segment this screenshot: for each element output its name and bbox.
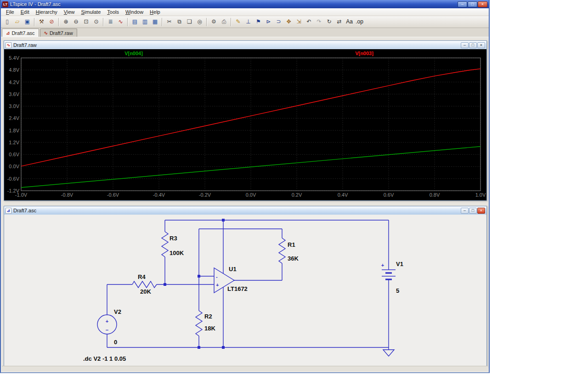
- battery-plus-mark: +: [381, 262, 384, 268]
- svg-text:4.8V: 4.8V: [9, 67, 19, 73]
- label-net-icon[interactable]: ⚑: [254, 17, 263, 27]
- control-panel-hammer-icon[interactable]: ⚒: [37, 17, 46, 27]
- halt-hand-icon[interactable]: ⊘: [47, 17, 57, 27]
- cascade-windows-icon[interactable]: ▦: [150, 17, 160, 27]
- maximize-button[interactable]: □: [468, 1, 477, 7]
- new-schematic-icon[interactable]: ▯: [2, 17, 12, 27]
- component-v1-battery[interactable]: + V1 5: [381, 220, 403, 347]
- svg-text:-0.2V: -0.2V: [199, 192, 211, 198]
- menu-view[interactable]: View: [61, 9, 78, 15]
- mdi-area: ∿ Draft7.raw – □ × -1.0V-0.8V-0.6V-0.4V-…: [2, 37, 488, 366]
- source-minus-mark: −: [106, 327, 108, 333]
- menu-help[interactable]: Help: [147, 9, 164, 15]
- tab-draft7.raw[interactable]: ∿Draft7.raw: [40, 28, 77, 37]
- waveform-close-button[interactable]: ×: [477, 42, 485, 48]
- text-icon[interactable]: Aa: [345, 17, 354, 27]
- toolbar-separator: [127, 18, 128, 26]
- tab-label: Draft7.raw: [50, 30, 73, 36]
- find-icon[interactable]: ◎: [195, 17, 204, 27]
- menu-edit[interactable]: Edit: [17, 9, 33, 15]
- waveform-maximize-button[interactable]: □: [469, 42, 477, 48]
- schematic-window-controls: – □ ×: [461, 208, 485, 214]
- waveform-window-icon: ∿: [6, 42, 11, 48]
- component-v2-source[interactable]: + − V2 0: [97, 284, 121, 347]
- waveform-minimize-button[interactable]: –: [461, 42, 469, 48]
- part-ref: V2: [114, 308, 121, 315]
- svg-text:-1.2V: -1.2V: [7, 188, 20, 193]
- place-ground-icon[interactable]: ⊥: [243, 17, 253, 27]
- zoom-out-icon[interactable]: ⊖: [71, 17, 81, 27]
- menu-tools[interactable]: Tools: [104, 9, 122, 15]
- opamp-noninverting-mark: +: [216, 282, 219, 288]
- svg-text:-0.4V: -0.4V: [153, 192, 165, 198]
- desktop: LT LTspice IV - Draft7.asc – □ × FileEdi…: [0, 0, 588, 392]
- trace-label-green[interactable]: V[n004]: [124, 51, 143, 56]
- svg-text:5.4V: 5.4V: [9, 55, 19, 61]
- schematic-window-titlebar[interactable]: ⊿ Draft7.asc – □ ×: [4, 206, 486, 215]
- tab-draft7.asc[interactable]: ⊿Draft7.asc: [2, 28, 39, 37]
- cut-icon[interactable]: ✂: [164, 17, 174, 27]
- spice-directive-text[interactable]: .dc V2 -1 1 0.05: [83, 355, 126, 362]
- open-file-icon[interactable]: ▱: [12, 17, 22, 27]
- menu-window[interactable]: Window: [122, 9, 147, 15]
- place-component-icon[interactable]: ⊃: [274, 17, 283, 27]
- schematic-minimize-button[interactable]: –: [461, 208, 469, 214]
- menu-simulate[interactable]: Simulate: [78, 9, 104, 15]
- schematic-close-button[interactable]: ×: [477, 208, 485, 214]
- mirror-icon[interactable]: ⇄: [334, 17, 344, 27]
- opamp-inverting-mark: -: [216, 274, 218, 279]
- source-plus-mark: +: [106, 318, 108, 324]
- part-value: 0: [114, 339, 117, 346]
- schematic-canvas[interactable]: R3 100K R4 20K: [4, 215, 486, 367]
- redo-icon[interactable]: ↷: [314, 17, 324, 27]
- main-toolbar: ▯▱▣⚒⊘⊕⊖⊡⊙≣∿▤▥▦✂⧉❏◎⚙⎙✎⊥⚑⊳⊃✥⇲↶↷↻⇄Aa.op: [1, 16, 489, 28]
- title-bar[interactable]: LT LTspice IV - Draft7.asc – □ ×: [1, 0, 489, 8]
- menu-bar: FileEditHierarchyViewSimulateToolsWindow…: [1, 8, 489, 16]
- component-r3[interactable]: R3 100K: [162, 220, 184, 284]
- copy-icon[interactable]: ⧉: [175, 17, 184, 27]
- place-diode-icon[interactable]: ⊳: [264, 17, 273, 27]
- tile-horizontal-icon[interactable]: ▤: [130, 17, 140, 27]
- part-ref: R3: [170, 235, 177, 242]
- paste-icon[interactable]: ❏: [185, 17, 194, 27]
- component-u1-opamp[interactable]: - + U1 LT1672: [214, 266, 248, 293]
- trace-label-red[interactable]: V[n003]: [355, 51, 373, 56]
- component-r2[interactable]: R2 18K: [196, 311, 215, 347]
- ground-symbol[interactable]: [383, 347, 394, 356]
- rotate-icon[interactable]: ↻: [324, 17, 334, 27]
- zoom-in-icon[interactable]: ⊕: [61, 17, 71, 27]
- menu-hierarchy[interactable]: Hierarchy: [33, 9, 61, 15]
- print-setup-icon[interactable]: ⚙: [209, 17, 219, 27]
- toolbar-separator: [34, 18, 35, 26]
- ltspice-window: LT LTspice IV - Draft7.asc – □ × FileEdi…: [0, 0, 490, 373]
- svg-text:2.4V: 2.4V: [9, 115, 19, 121]
- svg-text:1.2V: 1.2V: [9, 140, 19, 145]
- waveform-window-titlebar[interactable]: ∿ Draft7.raw – □ ×: [4, 41, 486, 49]
- waveform-plot[interactable]: -1.0V-0.8V-0.6V-0.4V-0.2V0.0V0.2V0.4V0.6…: [4, 49, 486, 200]
- move-icon[interactable]: ✥: [284, 17, 294, 27]
- component-r4[interactable]: R4 20K: [107, 273, 157, 295]
- svg-text:-0.8V: -0.8V: [61, 192, 74, 198]
- tab-bar: ⊿Draft7.asc∿Draft7.raw: [1, 28, 489, 37]
- waveform-window-controls: – □ ×: [461, 42, 485, 48]
- spice-directive-icon[interactable]: .op: [355, 17, 364, 27]
- print-icon[interactable]: ⎙: [219, 17, 229, 27]
- zoom-area-icon[interactable]: ⊙: [91, 17, 101, 27]
- toolbar-separator: [231, 18, 232, 26]
- tab-label: Draft7.asc: [11, 30, 34, 36]
- component-r1[interactable]: R1 36K: [279, 229, 299, 280]
- drag-icon[interactable]: ⇲: [294, 17, 304, 27]
- tile-vertical-icon[interactable]: ▥: [140, 17, 150, 27]
- visible-traces-icon[interactable]: ∿: [116, 17, 125, 27]
- schematic-maximize-button[interactable]: □: [469, 208, 477, 214]
- menu-file[interactable]: File: [3, 9, 17, 15]
- part-ref: R4: [138, 273, 146, 280]
- save-icon[interactable]: ▣: [23, 17, 32, 27]
- minimize-button[interactable]: –: [458, 1, 467, 7]
- toolbar-separator: [58, 18, 59, 26]
- draw-wire-icon[interactable]: ✎: [233, 17, 243, 27]
- zoom-full-extents-icon[interactable]: ⊡: [81, 17, 91, 27]
- spice-netlist-icon[interactable]: ≣: [106, 17, 115, 27]
- undo-icon[interactable]: ↶: [304, 17, 314, 27]
- close-button[interactable]: ×: [478, 1, 487, 7]
